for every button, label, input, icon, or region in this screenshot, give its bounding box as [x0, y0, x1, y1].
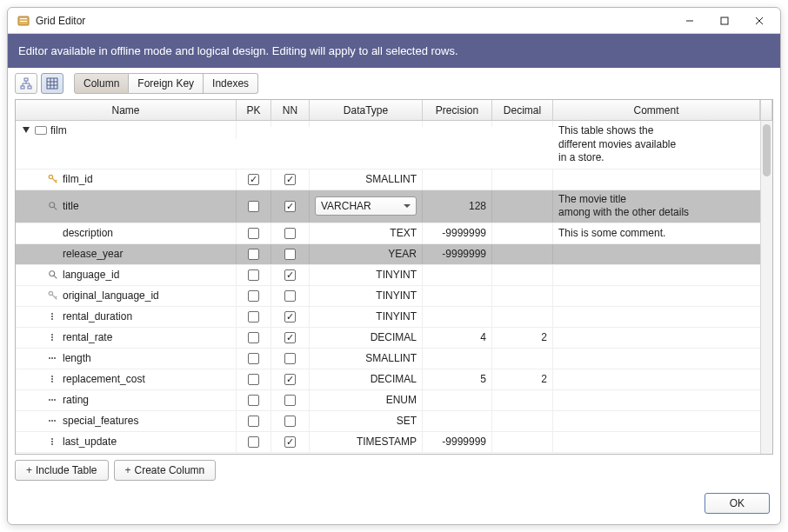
table-row[interactable]: special_featuresSET: [16, 411, 772, 432]
table-row[interactable]: titleVARCHAR128The movie title among wit…: [16, 190, 772, 223]
precision-value: [423, 349, 492, 369]
column-name: release_year: [63, 248, 123, 260]
table-row[interactable]: original_language_idTINYINT: [16, 286, 772, 307]
tab-group: Column Foreign Key Indexes: [74, 73, 258, 94]
create-column-button[interactable]: +Create Column: [114, 460, 217, 481]
pk-checkbox[interactable]: [248, 269, 259, 281]
table-row[interactable]: ratingENUM: [16, 390, 772, 411]
pk-checkbox[interactable]: [248, 290, 259, 302]
tab-foreign-key[interactable]: Foreign Key: [129, 73, 204, 94]
svg-point-20: [49, 176, 52, 179]
nn-checkbox[interactable]: [284, 374, 296, 385]
table-row[interactable]: last_updateTIMESTAMP-9999999: [16, 432, 772, 453]
header-nn[interactable]: NN: [271, 100, 310, 120]
vertical-scrollbar[interactable]: [760, 121, 772, 454]
decimal-value: [492, 223, 553, 243]
pk-checkbox[interactable]: [248, 311, 259, 323]
comment-value: [553, 170, 772, 190]
comment-value: [553, 286, 772, 306]
close-button[interactable]: [742, 9, 777, 33]
grid-editor-window: Grid Editor Editor available in offline …: [7, 7, 781, 525]
pk-checkbox[interactable]: [248, 174, 259, 185]
decimal-value: [492, 349, 553, 369]
column-icon: [47, 436, 59, 448]
column-icon: [47, 227, 59, 239]
include-table-button[interactable]: +Include Table: [15, 460, 109, 481]
column-name: last_update: [63, 436, 117, 448]
datatype-value: SMALLINT: [365, 173, 417, 185]
svg-rect-7: [24, 78, 28, 81]
nn-checkbox[interactable]: [284, 353, 296, 364]
header-comment[interactable]: Comment: [553, 100, 760, 120]
table-row-table[interactable]: filmThis table shows the different movie…: [16, 121, 772, 170]
nn-checkbox[interactable]: [284, 228, 296, 239]
pk-checkbox[interactable]: [248, 436, 259, 448]
svg-point-27: [49, 292, 52, 296]
datatype-combo[interactable]: VARCHAR: [315, 196, 417, 216]
column-name: length: [63, 352, 91, 364]
nn-checkbox[interactable]: [284, 201, 296, 212]
window-title: Grid Editor: [34, 15, 672, 27]
table-row[interactable]: release_yearYEAR-9999999: [16, 244, 772, 265]
table-comment: This table shows the different movies av…: [553, 121, 772, 169]
column-name: film_id: [63, 173, 93, 185]
nn-checkbox[interactable]: [284, 311, 296, 323]
nn-checkbox[interactable]: [284, 436, 296, 448]
table-icon: [35, 126, 47, 135]
nn-checkbox[interactable]: [284, 249, 296, 260]
scrollbar-thumb[interactable]: [763, 124, 771, 176]
svg-marker-19: [23, 127, 30, 133]
datatype-value: SET: [397, 415, 417, 427]
nn-checkbox[interactable]: [284, 290, 296, 302]
nn-checkbox[interactable]: [284, 174, 296, 185]
table-row[interactable]: descriptionTEXT-9999999This is some comm…: [16, 223, 772, 244]
table-row[interactable]: rental_rateDECIMAL42: [16, 328, 772, 349]
header-precision[interactable]: Precision: [423, 100, 492, 120]
maximize-button[interactable]: [707, 9, 742, 33]
plus-icon: +: [26, 464, 32, 476]
column-name: replacement_cost: [63, 373, 145, 385]
table-row[interactable]: language_idTINYINT: [16, 265, 772, 286]
pk-checkbox[interactable]: [248, 228, 259, 239]
tree-caret-icon[interactable]: [21, 125, 31, 136]
grid: Name PK NN DataType Precision Decimal Co…: [15, 99, 773, 455]
column-name: language_id: [63, 269, 119, 281]
header-decimal[interactable]: Decimal: [492, 100, 553, 120]
tab-indexes[interactable]: Indexes: [204, 73, 258, 94]
nn-checkbox[interactable]: [284, 269, 296, 281]
table-row[interactable]: film_idSMALLINT: [16, 170, 772, 190]
tab-column[interactable]: Column: [74, 73, 129, 94]
header-name[interactable]: Name: [16, 100, 237, 120]
pk-checkbox[interactable]: [248, 353, 259, 364]
comment-value: [553, 349, 772, 369]
titlebar: Grid Editor: [8, 8, 780, 34]
key-icon: [47, 173, 59, 185]
datatype-value: DECIMAL: [371, 331, 417, 343]
minimize-button[interactable]: [672, 9, 707, 33]
nn-checkbox[interactable]: [284, 332, 296, 343]
diagram-view-button[interactable]: [15, 73, 37, 94]
decimal-value: [492, 286, 553, 306]
precision-value: [423, 286, 492, 306]
table-row[interactable]: lengthSMALLINT: [16, 349, 772, 369]
column-icon: [47, 394, 59, 406]
pk-checkbox[interactable]: [248, 249, 259, 260]
datatype-value: TINYINT: [376, 310, 417, 323]
pk-checkbox[interactable]: [248, 201, 259, 212]
pk-checkbox[interactable]: [248, 374, 259, 385]
precision-value: 5: [423, 369, 492, 389]
precision-value: 4: [423, 328, 492, 348]
pk-checkbox[interactable]: [248, 395, 259, 406]
header-pk[interactable]: PK: [237, 100, 271, 120]
grid-view-button[interactable]: [41, 73, 63, 94]
pk-checkbox[interactable]: [248, 332, 259, 343]
header-datatype[interactable]: DataType: [310, 100, 423, 120]
nn-checkbox[interactable]: [284, 416, 296, 427]
decimal-value: [492, 244, 553, 264]
ok-button[interactable]: OK: [705, 493, 770, 514]
column-icon: [47, 331, 59, 343]
table-row[interactable]: rental_durationTINYINT: [16, 307, 772, 328]
table-row[interactable]: replacement_costDECIMAL52: [16, 369, 772, 390]
pk-checkbox[interactable]: [248, 416, 259, 427]
nn-checkbox[interactable]: [284, 395, 296, 406]
